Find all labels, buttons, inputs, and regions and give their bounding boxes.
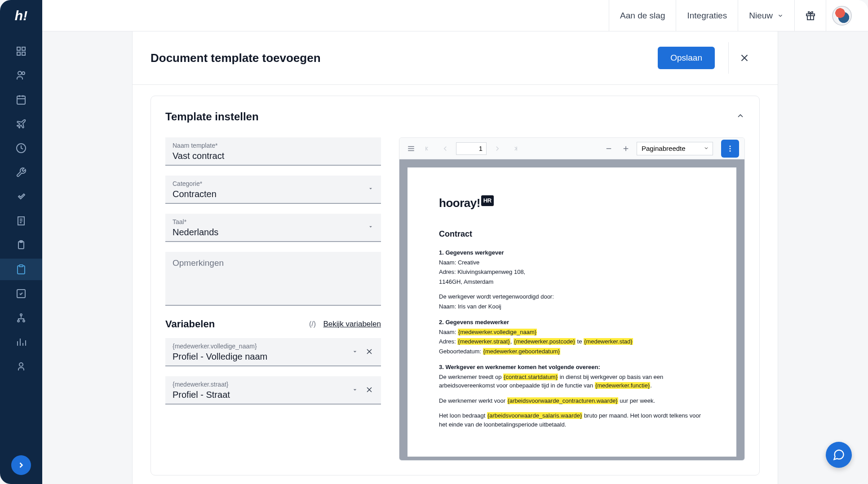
chat-fab[interactable] — [826, 442, 852, 468]
svg-marker-33 — [369, 226, 372, 227]
card-header: Template instellen — [165, 110, 745, 123]
toolbar-zoom-in[interactable] — [620, 142, 632, 155]
sidebar-item-receipt[interactable] — [0, 210, 42, 232]
sidebar-item-checklist[interactable] — [0, 283, 42, 304]
doc-s2-l3: Geboortedatum: {medewerker.geboortedatum… — [439, 347, 705, 356]
toolbar-first-page[interactable] — [422, 142, 434, 155]
topbar-get-started[interactable]: Aan de slag — [609, 0, 676, 31]
category-field[interactable]: Categorie* Contracten — [165, 176, 381, 204]
svg-point-5 — [22, 72, 25, 75]
two-column-layout: Naam template* Vast contract Categorie* … — [165, 137, 745, 461]
zoom-select[interactable]: Paginabreedte — [637, 142, 713, 155]
sidebar-item-clipboard[interactable] — [0, 234, 42, 256]
sidebar-item-documents[interactable] — [0, 259, 42, 280]
save-button[interactable]: Opslaan — [658, 47, 715, 69]
svg-rect-3 — [22, 52, 25, 55]
variables-title: Variabelen — [165, 318, 215, 330]
caret-down-icon — [351, 386, 359, 393]
variables-count: (/) — [309, 320, 316, 328]
toolbar-next-page[interactable] — [491, 142, 504, 155]
form-column: Naam template* Vast contract Categorie* … — [165, 137, 381, 461]
topbar-new-dropdown[interactable]: Nieuw — [738, 0, 794, 31]
doc-s3-title: 3. Werkgever en werknemer komen het volg… — [439, 363, 705, 372]
zoom-value: Paginabreedte — [642, 145, 686, 152]
variable-value-0: Profiel - Volledige naam — [173, 352, 351, 362]
sidebar-item-orgchart[interactable] — [0, 307, 42, 329]
grid-icon — [16, 46, 27, 57]
svg-point-26 — [19, 363, 23, 366]
variable-row-0[interactable]: {medewerker.volledige_naam} Profiel - Vo… — [165, 338, 381, 366]
variable-row-1[interactable]: {medewerker.straat} Profiel - Straat — [165, 376, 381, 405]
variable-remove-1[interactable] — [365, 385, 374, 396]
toolbar-menu-button[interactable] — [405, 142, 417, 155]
close-button[interactable] — [728, 42, 760, 74]
toolbar-last-page[interactable] — [508, 142, 521, 155]
doc-s1-l3: 1146GH, Amsterdam — [439, 277, 705, 286]
doc-s2-l1: Naam: {medewerker.volledige_naam} — [439, 328, 705, 337]
menu-icon — [407, 145, 415, 153]
sidebar-expand-button[interactable] — [11, 455, 31, 475]
page-number-input[interactable] — [456, 142, 487, 155]
language-field[interactable]: Taal* Nederlands — [165, 214, 381, 242]
variable-dropdown-0[interactable] — [351, 348, 359, 357]
variables-link[interactable]: Bekijk variabelen — [323, 320, 381, 328]
preview-column: Paginabreedte — [399, 137, 745, 461]
svg-point-48 — [730, 145, 731, 147]
caret-down-icon — [368, 185, 374, 192]
sidebar-item-handshake[interactable] — [0, 186, 42, 207]
svg-point-4 — [18, 71, 22, 75]
template-card: Template instellen Naam template* Vast c… — [151, 96, 760, 475]
sidebar-item-time[interactable] — [0, 137, 42, 159]
kebab-icon — [726, 145, 734, 153]
plane-icon — [16, 119, 27, 129]
svg-point-19 — [20, 314, 22, 316]
doc-s1-title: 1. Gegevens werkgever — [439, 248, 705, 257]
toolbar-more-button[interactable] — [721, 140, 739, 158]
category-label: Categorie* — [173, 180, 374, 187]
last-page-icon — [510, 145, 518, 153]
clock-icon — [16, 143, 27, 154]
minus-icon — [605, 145, 613, 153]
language-value: Nederlands — [173, 227, 374, 238]
toolbar-prev-page[interactable] — [439, 142, 452, 155]
document-preview: Paginabreedte — [399, 137, 745, 461]
sidebar-item-leave[interactable] — [0, 113, 42, 135]
sidebar-item-calendar[interactable] — [0, 89, 42, 110]
variable-token-1: {medewerker.straat} — [173, 381, 351, 388]
doc-title: Contract — [439, 228, 705, 240]
toolbar-zoom-out[interactable] — [602, 142, 615, 155]
language-label: Taal* — [173, 218, 374, 225]
doc-scroll-area[interactable]: hooray!HR Contract 1. Gegevens werkgever… — [399, 159, 744, 460]
sidebar-item-people[interactable] — [0, 65, 42, 86]
panel-body: Template instellen Naam template* Vast c… — [133, 85, 778, 484]
documents-icon — [16, 264, 27, 275]
close-icon — [365, 385, 374, 394]
caret-down-icon — [351, 348, 359, 355]
topbar-gift-button[interactable] — [794, 0, 826, 31]
sidebar-item-tools[interactable] — [0, 162, 42, 183]
plus-icon — [622, 145, 630, 153]
clipboard-icon — [16, 240, 27, 251]
close-icon — [365, 347, 374, 356]
svg-rect-0 — [17, 47, 20, 50]
svg-marker-37 — [354, 389, 357, 390]
variable-remove-0[interactable] — [365, 347, 374, 358]
doc-s3-l1: De werknemer treedt op {contract.startda… — [439, 373, 705, 390]
doc-s1-l2: Adres: Kluivingskampenweg 108, — [439, 268, 705, 277]
svg-point-20 — [18, 320, 19, 322]
chevron-up-icon — [736, 111, 745, 120]
collapse-button[interactable] — [736, 111, 745, 122]
calendar-icon — [16, 94, 27, 105]
user-avatar[interactable] — [832, 6, 852, 26]
sidebar-item-reports[interactable] — [0, 331, 42, 353]
sidebar-item-profile[interactable] — [0, 356, 42, 377]
sidebar-item-dashboard[interactable] — [0, 40, 42, 62]
name-field[interactable]: Naam template* Vast contract — [165, 137, 381, 166]
notes-field[interactable]: Opmerkingen — [165, 252, 381, 306]
topbar-integrations[interactable]: Integraties — [676, 0, 738, 31]
svg-rect-1 — [22, 47, 25, 50]
notes-placeholder: Opmerkingen — [173, 258, 374, 268]
svg-point-21 — [23, 320, 25, 322]
variable-dropdown-1[interactable] — [351, 386, 359, 395]
main-area: Aan de slag Integraties Nieuw Document t… — [42, 0, 868, 484]
